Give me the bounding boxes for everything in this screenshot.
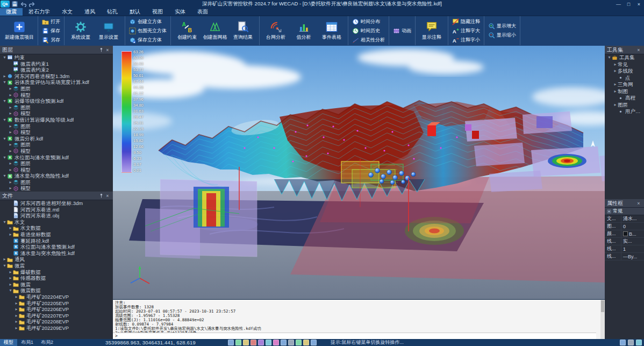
expander-closed-icon[interactable]: ▸ bbox=[613, 102, 618, 108]
file-tree-item[interactable]: ▾水文 bbox=[0, 219, 113, 225]
ribbon-button-cube-save[interactable]: 保存立方体 bbox=[127, 36, 163, 44]
layout-tab-布局1[interactable]: 布局1 bbox=[17, 339, 37, 346]
file-tree-item[interactable]: ▸巷道坐标数据 bbox=[0, 231, 113, 238]
expander-closed-icon[interactable]: ▸ bbox=[8, 110, 13, 117]
property-row[interactable]: 颜...B... bbox=[605, 230, 644, 238]
toolset-tree-item[interactable]: ▸多线段 bbox=[605, 68, 644, 75]
expander-open-icon[interactable]: ▾ bbox=[607, 54, 612, 61]
app-logo[interactable]: Qk bbox=[1, 1, 10, 8]
layer-tree-item[interactable]: ▸模型 bbox=[0, 129, 113, 136]
layer-tree-item[interactable]: 微震表约束2 bbox=[0, 67, 113, 73]
toolset-tree-item[interactable]: 用户扩展 bbox=[605, 108, 644, 115]
file-tree-item[interactable]: ▸传感器数据 bbox=[0, 275, 113, 281]
expander-open-icon[interactable]: ▾ bbox=[2, 79, 7, 86]
layer-tree-item[interactable]: ▸图层 bbox=[0, 104, 113, 111]
settings-icon[interactable] bbox=[620, 340, 626, 345]
workspace-icon[interactable] bbox=[311, 340, 317, 345]
layer-tree-item[interactable]: ▸模型 bbox=[0, 110, 113, 117]
layer-tree-item[interactable]: ▸图层 bbox=[0, 142, 113, 148]
layout-tab-布局2[interactable]: 布局2 bbox=[37, 339, 57, 346]
file-tree-item[interactable]: ▸毛坪矿202205EVP bbox=[0, 300, 113, 307]
expander-closed-icon[interactable]: ▸ bbox=[8, 129, 13, 136]
expander-closed-icon[interactable]: ▸ bbox=[8, 142, 13, 148]
layer-tree-item[interactable]: 微震表约束1 bbox=[0, 61, 113, 67]
layer-tree-item[interactable]: ▸图层 bbox=[0, 86, 113, 92]
toolset-tree-item[interactable]: ▸制图 bbox=[605, 88, 644, 95]
file-tree-item[interactable]: ▸通风 bbox=[0, 256, 113, 263]
file-tree-item[interactable]: K蔓延路径.kdf bbox=[0, 238, 113, 244]
ribbon-button-note[interactable]: 显示注释 bbox=[418, 20, 446, 41]
expander-closed-icon[interactable]: ▸ bbox=[14, 306, 19, 313]
isolate-icon[interactable] bbox=[628, 340, 634, 345]
toolset-tree-item[interactable]: ▸常见 bbox=[605, 61, 644, 68]
layer-tree-item[interactable]: ▸模型 bbox=[0, 167, 113, 173]
expander-closed-icon[interactable]: ▸ bbox=[8, 104, 13, 111]
close-panel-icon[interactable]: × bbox=[635, 200, 642, 207]
pin-icon[interactable] bbox=[98, 47, 104, 53]
expander-closed-icon[interactable]: ▸ bbox=[8, 269, 13, 276]
polar-icon[interactable] bbox=[251, 340, 256, 345]
expander-closed-icon[interactable]: ▸ bbox=[8, 231, 13, 238]
expander-open-icon[interactable]: ▾ bbox=[2, 98, 7, 104]
file-tree-item[interactable]: ▸微震 bbox=[0, 281, 113, 288]
file-tree-item[interactable]: ▸爆破数据 bbox=[0, 269, 113, 276]
ribbon-button-mesh[interactable]: 创建面网格 bbox=[201, 20, 229, 41]
menu-tab-表面[interactable]: 表面 bbox=[191, 8, 214, 16]
layer-tree-item[interactable]: ▸模型 bbox=[0, 148, 113, 154]
menu-tab-水文[interactable]: 水文 bbox=[56, 8, 78, 16]
transparency-icon[interactable] bbox=[281, 340, 287, 345]
expander-open-icon[interactable]: ▾ bbox=[2, 154, 7, 161]
toolset-tree-item[interactable]: ▾工具集 bbox=[605, 54, 644, 61]
ribbon-button-corr[interactable]: 相关性分析 bbox=[350, 36, 387, 44]
expander-closed-icon[interactable]: ▸ bbox=[8, 92, 13, 98]
console-scroll-thumb[interactable] bbox=[601, 300, 604, 312]
expander-closed-icon[interactable]: ▸ bbox=[8, 225, 13, 231]
close-panel-icon[interactable]: × bbox=[104, 193, 111, 199]
property-value[interactable]: 涌水... bbox=[621, 215, 644, 222]
ribbon-button-gear[interactable]: 系统设置 bbox=[67, 20, 95, 41]
property-value[interactable]: 实... bbox=[621, 238, 644, 245]
layer-tree-item[interactable]: ▸图层 bbox=[0, 179, 113, 186]
file-tree-item[interactable]: ▾微震数据 bbox=[0, 287, 113, 294]
toolset-tree-item[interactable]: ▸图层 bbox=[605, 102, 644, 109]
toolset-tree-item[interactable]: 高程 bbox=[605, 95, 644, 102]
layer-tree-item[interactable]: ▸图层 bbox=[0, 123, 113, 130]
ribbon-button-save[interactable]: 保存 bbox=[40, 26, 62, 35]
file-tree-item[interactable]: ▸水文数据 bbox=[0, 225, 113, 231]
layer-tree-item[interactable]: ▾约束 bbox=[0, 54, 113, 61]
menu-tab-通风[interactable]: 通风 bbox=[78, 8, 101, 16]
expander-open-icon[interactable]: ▾ bbox=[2, 173, 7, 179]
close-button[interactable]: × bbox=[634, 0, 644, 8]
layer-tree-item[interactable]: ▾K岩体质量评估与采场宽度计算.kdf bbox=[0, 79, 113, 86]
clean-screen-icon[interactable] bbox=[636, 340, 642, 345]
file-tree-item[interactable]: ▸毛坪矿202207EVP bbox=[0, 313, 113, 319]
expander-closed-icon[interactable]: ▸ bbox=[2, 256, 7, 263]
expander-open-icon[interactable]: ▾ bbox=[2, 219, 7, 225]
expander-closed-icon[interactable]: ▸ bbox=[8, 148, 13, 154]
property-value[interactable]: 1 bbox=[621, 246, 644, 252]
file-tree-item[interactable]: 河西河东巷道.mtl bbox=[0, 207, 113, 213]
viewport-3d[interactable]: 63.2660.0956.9353.7750.6147.4444.2841.12… bbox=[113, 46, 605, 299]
property-value[interactable]: B... bbox=[621, 231, 644, 237]
expander-closed-icon[interactable]: ▸ bbox=[8, 160, 13, 167]
ribbon-button-saveas[interactable]: 另存 bbox=[40, 36, 62, 44]
layer-tree-item[interactable]: ▾K数值计算岩爆风险等级.kdf bbox=[0, 117, 113, 123]
ribbon-button-cube-wrap[interactable]: 包围壳立方体 bbox=[127, 26, 168, 35]
close-panel-icon[interactable]: × bbox=[104, 47, 111, 53]
gizmo-icon[interactable] bbox=[296, 340, 302, 345]
expander-closed-icon[interactable]: ▸ bbox=[8, 179, 13, 186]
ribbon-button-zoom-out[interactable]: 显示缩小 bbox=[486, 31, 518, 40]
expander-closed-icon[interactable]: ▸ bbox=[8, 123, 13, 130]
track-icon[interactable] bbox=[266, 340, 271, 345]
expander-closed-icon[interactable]: ▸ bbox=[8, 281, 13, 288]
property-row[interactable]: 文...涌水... bbox=[605, 215, 644, 223]
expander-closed-icon[interactable]: ▸ bbox=[14, 300, 19, 307]
expander-closed-icon[interactable]: ▸ bbox=[613, 88, 618, 95]
file-tree-item[interactable]: K水位面与涌水量预测.kdf bbox=[0, 244, 113, 250]
expander-closed-icon[interactable]: ▸ bbox=[14, 294, 19, 300]
ribbon-button-open[interactable]: 打开 bbox=[40, 17, 62, 26]
expander-closed-icon[interactable]: ▸ bbox=[8, 185, 13, 192]
ribbon-button-history[interactable]: 时间历史 bbox=[350, 26, 382, 35]
expander-closed-icon[interactable]: ▸ bbox=[613, 61, 618, 68]
pin-icon[interactable] bbox=[98, 193, 104, 199]
